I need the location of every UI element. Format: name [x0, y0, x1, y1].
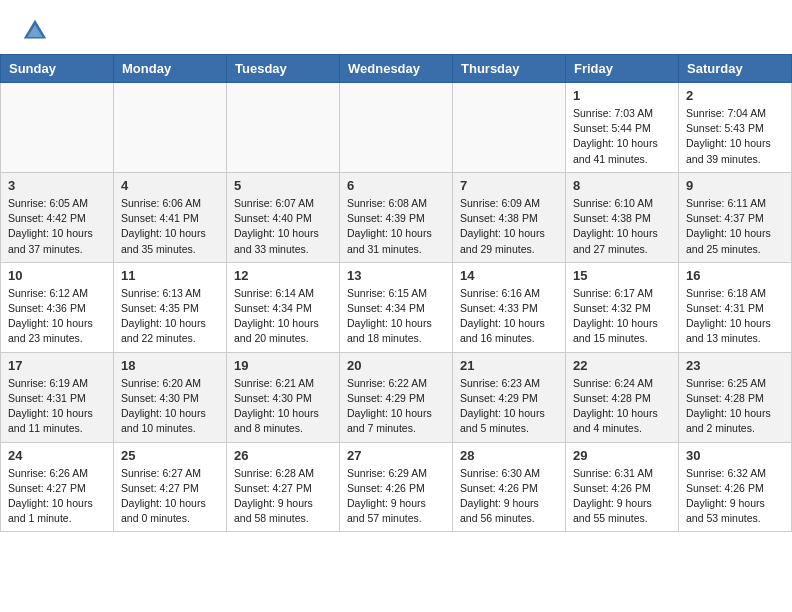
day-info: Sunrise: 7:04 AM Sunset: 5:43 PM Dayligh… — [686, 106, 784, 167]
day-info: Sunrise: 6:23 AM Sunset: 4:29 PM Dayligh… — [460, 376, 558, 437]
day-info: Sunrise: 6:08 AM Sunset: 4:39 PM Dayligh… — [347, 196, 445, 257]
day-info: Sunrise: 6:20 AM Sunset: 4:30 PM Dayligh… — [121, 376, 219, 437]
calendar-week-row: 10Sunrise: 6:12 AM Sunset: 4:36 PM Dayli… — [1, 262, 792, 352]
logo-icon — [20, 16, 50, 46]
day-number: 25 — [121, 448, 219, 463]
day-number: 17 — [8, 358, 106, 373]
calendar-day-cell: 29Sunrise: 6:31 AM Sunset: 4:26 PM Dayli… — [566, 442, 679, 532]
day-info: Sunrise: 6:16 AM Sunset: 4:33 PM Dayligh… — [460, 286, 558, 347]
day-number: 11 — [121, 268, 219, 283]
calendar-day-cell: 2Sunrise: 7:04 AM Sunset: 5:43 PM Daylig… — [679, 83, 792, 173]
day-number: 15 — [573, 268, 671, 283]
day-info: Sunrise: 6:12 AM Sunset: 4:36 PM Dayligh… — [8, 286, 106, 347]
page-header — [0, 0, 792, 54]
calendar-day-cell: 11Sunrise: 6:13 AM Sunset: 4:35 PM Dayli… — [114, 262, 227, 352]
calendar-day-cell: 3Sunrise: 6:05 AM Sunset: 4:42 PM Daylig… — [1, 172, 114, 262]
day-number: 13 — [347, 268, 445, 283]
day-number: 23 — [686, 358, 784, 373]
day-info: Sunrise: 6:25 AM Sunset: 4:28 PM Dayligh… — [686, 376, 784, 437]
calendar-week-row: 24Sunrise: 6:26 AM Sunset: 4:27 PM Dayli… — [1, 442, 792, 532]
day-info: Sunrise: 6:28 AM Sunset: 4:27 PM Dayligh… — [234, 466, 332, 527]
day-info: Sunrise: 6:07 AM Sunset: 4:40 PM Dayligh… — [234, 196, 332, 257]
day-info: Sunrise: 6:27 AM Sunset: 4:27 PM Dayligh… — [121, 466, 219, 527]
calendar-day-cell: 25Sunrise: 6:27 AM Sunset: 4:27 PM Dayli… — [114, 442, 227, 532]
day-number: 12 — [234, 268, 332, 283]
day-number: 18 — [121, 358, 219, 373]
day-info: Sunrise: 6:22 AM Sunset: 4:29 PM Dayligh… — [347, 376, 445, 437]
day-number: 5 — [234, 178, 332, 193]
logo — [20, 16, 54, 46]
day-number: 26 — [234, 448, 332, 463]
day-number: 1 — [573, 88, 671, 103]
calendar-day-cell: 12Sunrise: 6:14 AM Sunset: 4:34 PM Dayli… — [227, 262, 340, 352]
day-number: 2 — [686, 88, 784, 103]
day-info: Sunrise: 7:03 AM Sunset: 5:44 PM Dayligh… — [573, 106, 671, 167]
day-info: Sunrise: 6:21 AM Sunset: 4:30 PM Dayligh… — [234, 376, 332, 437]
day-number: 30 — [686, 448, 784, 463]
calendar-day-cell — [1, 83, 114, 173]
day-number: 7 — [460, 178, 558, 193]
day-info: Sunrise: 6:11 AM Sunset: 4:37 PM Dayligh… — [686, 196, 784, 257]
day-number: 19 — [234, 358, 332, 373]
day-info: Sunrise: 6:19 AM Sunset: 4:31 PM Dayligh… — [8, 376, 106, 437]
weekday-header-wednesday: Wednesday — [340, 55, 453, 83]
calendar-day-cell: 17Sunrise: 6:19 AM Sunset: 4:31 PM Dayli… — [1, 352, 114, 442]
calendar-day-cell: 30Sunrise: 6:32 AM Sunset: 4:26 PM Dayli… — [679, 442, 792, 532]
calendar-day-cell: 9Sunrise: 6:11 AM Sunset: 4:37 PM Daylig… — [679, 172, 792, 262]
day-number: 28 — [460, 448, 558, 463]
day-info: Sunrise: 6:18 AM Sunset: 4:31 PM Dayligh… — [686, 286, 784, 347]
calendar-week-row: 3Sunrise: 6:05 AM Sunset: 4:42 PM Daylig… — [1, 172, 792, 262]
calendar-week-row: 1Sunrise: 7:03 AM Sunset: 5:44 PM Daylig… — [1, 83, 792, 173]
calendar-day-cell — [114, 83, 227, 173]
calendar-day-cell: 26Sunrise: 6:28 AM Sunset: 4:27 PM Dayli… — [227, 442, 340, 532]
day-info: Sunrise: 6:05 AM Sunset: 4:42 PM Dayligh… — [8, 196, 106, 257]
day-number: 14 — [460, 268, 558, 283]
weekday-header-friday: Friday — [566, 55, 679, 83]
calendar-day-cell: 14Sunrise: 6:16 AM Sunset: 4:33 PM Dayli… — [453, 262, 566, 352]
calendar-day-cell: 28Sunrise: 6:30 AM Sunset: 4:26 PM Dayli… — [453, 442, 566, 532]
calendar-day-cell: 16Sunrise: 6:18 AM Sunset: 4:31 PM Dayli… — [679, 262, 792, 352]
day-number: 3 — [8, 178, 106, 193]
day-number: 20 — [347, 358, 445, 373]
day-info: Sunrise: 6:24 AM Sunset: 4:28 PM Dayligh… — [573, 376, 671, 437]
calendar-day-cell: 15Sunrise: 6:17 AM Sunset: 4:32 PM Dayli… — [566, 262, 679, 352]
day-info: Sunrise: 6:30 AM Sunset: 4:26 PM Dayligh… — [460, 466, 558, 527]
calendar-day-cell: 23Sunrise: 6:25 AM Sunset: 4:28 PM Dayli… — [679, 352, 792, 442]
weekday-header-tuesday: Tuesday — [227, 55, 340, 83]
day-info: Sunrise: 6:17 AM Sunset: 4:32 PM Dayligh… — [573, 286, 671, 347]
weekday-header-thursday: Thursday — [453, 55, 566, 83]
day-info: Sunrise: 6:32 AM Sunset: 4:26 PM Dayligh… — [686, 466, 784, 527]
calendar-day-cell: 18Sunrise: 6:20 AM Sunset: 4:30 PM Dayli… — [114, 352, 227, 442]
calendar-day-cell: 22Sunrise: 6:24 AM Sunset: 4:28 PM Dayli… — [566, 352, 679, 442]
day-number: 27 — [347, 448, 445, 463]
day-info: Sunrise: 6:31 AM Sunset: 4:26 PM Dayligh… — [573, 466, 671, 527]
weekday-header-row: SundayMondayTuesdayWednesdayThursdayFrid… — [1, 55, 792, 83]
weekday-header-saturday: Saturday — [679, 55, 792, 83]
weekday-header-sunday: Sunday — [1, 55, 114, 83]
day-info: Sunrise: 6:06 AM Sunset: 4:41 PM Dayligh… — [121, 196, 219, 257]
day-info: Sunrise: 6:29 AM Sunset: 4:26 PM Dayligh… — [347, 466, 445, 527]
day-number: 29 — [573, 448, 671, 463]
calendar-day-cell: 24Sunrise: 6:26 AM Sunset: 4:27 PM Dayli… — [1, 442, 114, 532]
day-number: 9 — [686, 178, 784, 193]
day-number: 21 — [460, 358, 558, 373]
calendar-day-cell — [340, 83, 453, 173]
calendar-day-cell: 7Sunrise: 6:09 AM Sunset: 4:38 PM Daylig… — [453, 172, 566, 262]
weekday-header-monday: Monday — [114, 55, 227, 83]
day-number: 22 — [573, 358, 671, 373]
day-number: 10 — [8, 268, 106, 283]
day-info: Sunrise: 6:10 AM Sunset: 4:38 PM Dayligh… — [573, 196, 671, 257]
calendar-day-cell — [453, 83, 566, 173]
calendar-day-cell: 10Sunrise: 6:12 AM Sunset: 4:36 PM Dayli… — [1, 262, 114, 352]
calendar-day-cell: 20Sunrise: 6:22 AM Sunset: 4:29 PM Dayli… — [340, 352, 453, 442]
day-number: 4 — [121, 178, 219, 193]
day-number: 16 — [686, 268, 784, 283]
day-info: Sunrise: 6:13 AM Sunset: 4:35 PM Dayligh… — [121, 286, 219, 347]
calendar-day-cell — [227, 83, 340, 173]
day-info: Sunrise: 6:26 AM Sunset: 4:27 PM Dayligh… — [8, 466, 106, 527]
calendar-day-cell: 8Sunrise: 6:10 AM Sunset: 4:38 PM Daylig… — [566, 172, 679, 262]
day-info: Sunrise: 6:14 AM Sunset: 4:34 PM Dayligh… — [234, 286, 332, 347]
calendar-day-cell: 19Sunrise: 6:21 AM Sunset: 4:30 PM Dayli… — [227, 352, 340, 442]
day-number: 24 — [8, 448, 106, 463]
day-number: 6 — [347, 178, 445, 193]
